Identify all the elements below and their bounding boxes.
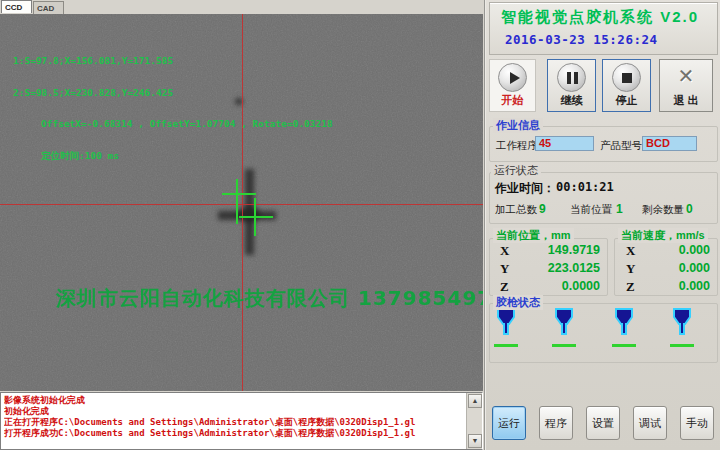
main-window: CCD CAD 1:S=97.8;X=156.081,Y=171.585 2:S… <box>0 0 720 450</box>
axis-label: X <box>626 243 635 259</box>
vision-match-cross-1 <box>236 179 238 224</box>
speed-x-value: 0.000 <box>679 243 710 257</box>
job-info-title: 作业信息 <box>493 118 543 133</box>
gun-status-indicator <box>612 344 636 347</box>
position-title: 当前位置，mm <box>493 228 574 243</box>
log-line: 打开程序成功C:\Documents and Settings\Administ… <box>4 428 464 439</box>
axis-label: X <box>500 243 509 259</box>
continue-button-label: 继续 <box>561 93 583 108</box>
vision-result-overlay: 1:S=97.8;X=156.081,Y=171.585 2:S=98.5;X=… <box>13 35 333 182</box>
glue-nozzle-icon <box>672 308 692 338</box>
vendor-watermark: 深圳市云阳自动化科技有限公司 13798549753 <box>56 285 483 312</box>
program-label: 工作程序 <box>496 139 538 153</box>
offset-result: OffsetX=-0.68314 , OffsetY=1.07704 , Rot… <box>41 119 333 130</box>
gun-status-indicator <box>494 344 518 347</box>
log-panel[interactable]: 影像系统初始化完成 初始化完成 正在打开程序C:\Documents and S… <box>0 392 483 450</box>
close-icon: ✕ <box>678 63 695 92</box>
position-z-value: 0.0000 <box>562 279 600 293</box>
play-icon <box>498 63 527 92</box>
job-time-label: 作业时间： <box>495 180 555 197</box>
crosshair-horizontal-line <box>0 204 483 205</box>
continue-button[interactable]: 继续 <box>547 59 596 112</box>
axis-label: Y <box>626 261 635 277</box>
vision-match-cross-2 <box>254 198 256 236</box>
start-button[interactable]: 开始 <box>489 59 536 112</box>
glue-nozzle-icon <box>614 308 634 338</box>
match-result-2: 2:S=98.5;X=230.828,Y=246.425 <box>13 88 333 99</box>
gun-status-indicator <box>670 344 694 347</box>
tab-cad[interactable]: CAD <box>33 1 64 14</box>
log-line: 初始化完成 <box>4 406 464 417</box>
speed-title: 当前速度，mm/s <box>618 228 708 243</box>
exit-button[interactable]: ✕ 退 出 <box>659 59 713 112</box>
pause-icon <box>557 63 586 92</box>
stop-button[interactable]: 停止 <box>602 59 651 112</box>
current-index-value: 1 <box>616 202 623 216</box>
locate-time: 定位时间:100 ms <box>41 151 333 162</box>
nav-debug-button[interactable]: 调试 <box>633 406 667 440</box>
stop-icon <box>612 63 641 92</box>
camera-view: 1:S=97.8;X=156.081,Y=171.585 2:S=98.5;X=… <box>0 14 483 391</box>
speed-y-value: 0.000 <box>679 261 710 275</box>
datetime-display: 2016-03-23 15:26:24 <box>505 32 658 47</box>
vision-match-cross-2 <box>239 216 273 218</box>
scroll-up-icon[interactable]: ▲ <box>468 394 482 408</box>
log-line: 正在打开程序C:\Documents and Settings\Administ… <box>4 417 464 428</box>
log-scrollbar[interactable]: ▲ ▼ <box>466 393 482 449</box>
speed-z-value: 0.000 <box>679 279 710 293</box>
nav-settings-button[interactable]: 设置 <box>586 406 620 440</box>
log-text-area: 影像系统初始化完成 初始化完成 正在打开程序C:\Documents and S… <box>4 395 464 447</box>
axis-label: Z <box>500 279 509 295</box>
title-box: 智能视觉点胶机系统 V2.0 2016-03-23 15:26:24 <box>489 2 718 55</box>
glue-nozzle-icon <box>554 308 574 338</box>
model-label: 产品型号 <box>600 139 642 153</box>
remaining-count-value: 0 <box>686 202 693 216</box>
model-field[interactable]: BCD <box>642 136 697 151</box>
vision-match-cross-1 <box>222 193 256 195</box>
nav-program-button[interactable]: 程序 <box>539 406 573 440</box>
gun-status-indicator <box>552 344 576 347</box>
axis-label: Y <box>500 261 509 277</box>
job-time-value: 00:01:21 <box>556 180 614 194</box>
match-result-1: 1:S=97.8;X=156.081,Y=171.585 <box>13 56 333 67</box>
program-field[interactable]: 45 <box>535 136 594 151</box>
position-x-value: 149.9719 <box>548 243 600 257</box>
current-index-label: 当前位置 <box>570 203 612 217</box>
log-line: 影像系统初始化完成 <box>4 395 464 406</box>
run-status-title: 运行状态 <box>491 163 541 178</box>
stop-button-label: 停止 <box>616 93 638 108</box>
scroll-down-icon[interactable]: ▼ <box>468 434 482 448</box>
glue-nozzle-icon <box>496 308 516 338</box>
glue-gun-title: 胶枪状态 <box>493 295 543 310</box>
tab-ccd[interactable]: CCD <box>1 0 32 13</box>
app-title: 智能视觉点胶机系统 V2.0 <box>501 8 699 27</box>
total-count-value: 9 <box>539 202 546 216</box>
position-y-value: 223.0125 <box>548 261 600 275</box>
total-count-label: 加工总数 <box>495 203 537 217</box>
control-panel: 智能视觉点胶机系统 V2.0 2016-03-23 15:26:24 开始 继续… <box>484 0 720 450</box>
remaining-count-label: 剩余数量 <box>642 203 684 217</box>
nav-run-button[interactable]: 运行 <box>492 406 526 440</box>
axis-label: Z <box>626 279 635 295</box>
start-button-label: 开始 <box>502 93 524 108</box>
nav-manual-button[interactable]: 手动 <box>680 406 714 440</box>
exit-button-label: 退 出 <box>673 93 698 108</box>
